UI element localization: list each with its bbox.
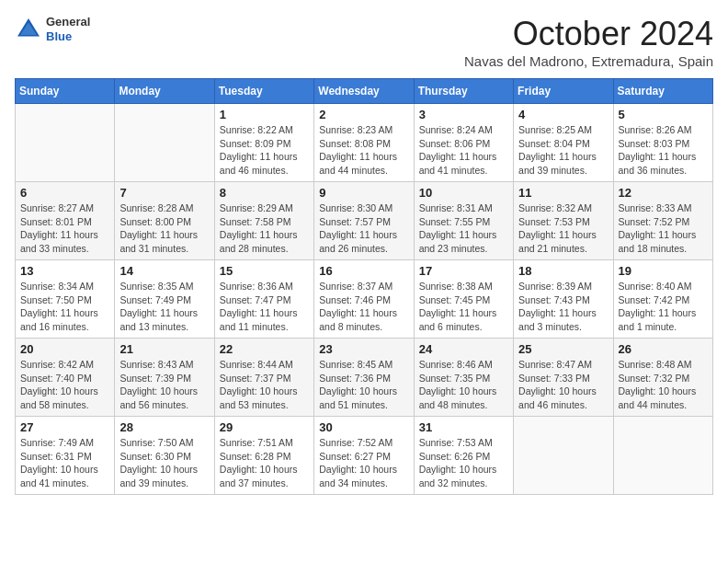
title-area: October 2024 Navas del Madrono, Extremad… <box>464 15 713 69</box>
calendar-cell: 23Sunrise: 8:45 AM Sunset: 7:36 PM Dayli… <box>314 339 414 417</box>
location-subtitle: Navas del Madrono, Extremadura, Spain <box>464 53 713 69</box>
calendar-cell: 21Sunrise: 8:43 AM Sunset: 7:39 PM Dayli… <box>115 339 214 417</box>
day-number: 17 <box>419 264 508 278</box>
day-number: 11 <box>518 186 608 200</box>
day-info: Sunrise: 8:26 AM Sunset: 8:03 PM Dayligh… <box>619 123 708 178</box>
calendar-cell: 25Sunrise: 8:47 AM Sunset: 7:33 PM Dayli… <box>514 339 613 417</box>
month-title: October 2024 <box>464 15 713 53</box>
day-info: Sunrise: 8:27 AM Sunset: 8:01 PM Dayligh… <box>20 201 109 256</box>
day-number: 1 <box>220 108 309 121</box>
day-number: 23 <box>319 342 408 356</box>
calendar-header: SundayMondayTuesdayWednesdayThursdayFrid… <box>16 79 713 104</box>
day-number: 10 <box>419 186 508 200</box>
day-info: Sunrise: 8:47 AM Sunset: 7:33 PM Dayligh… <box>518 358 608 412</box>
day-number: 27 <box>20 420 109 434</box>
calendar-cell: 14Sunrise: 8:35 AM Sunset: 7:49 PM Dayli… <box>115 260 214 339</box>
calendar-cell: 9Sunrise: 8:30 AM Sunset: 7:57 PM Daylig… <box>314 182 414 260</box>
day-number: 25 <box>518 342 608 356</box>
day-info: Sunrise: 8:44 AM Sunset: 7:37 PM Dayligh… <box>220 358 309 412</box>
weekday-row: SundayMondayTuesdayWednesdayThursdayFrid… <box>16 79 713 104</box>
day-number: 26 <box>619 342 708 356</box>
day-info: Sunrise: 8:23 AM Sunset: 8:08 PM Dayligh… <box>319 123 408 178</box>
day-number: 22 <box>220 342 309 356</box>
day-info: Sunrise: 7:52 AM Sunset: 6:27 PM Dayligh… <box>319 436 408 490</box>
calendar-cell: 15Sunrise: 8:36 AM Sunset: 7:47 PM Dayli… <box>214 260 313 339</box>
day-info: Sunrise: 7:53 AM Sunset: 6:26 PM Dayligh… <box>419 436 508 490</box>
day-info: Sunrise: 8:29 AM Sunset: 7:58 PM Dayligh… <box>220 201 309 256</box>
day-info: Sunrise: 8:22 AM Sunset: 8:09 PM Dayligh… <box>220 123 309 178</box>
day-info: Sunrise: 8:25 AM Sunset: 8:04 PM Dayligh… <box>518 123 608 178</box>
day-number: 7 <box>119 186 209 200</box>
day-number: 16 <box>319 264 408 278</box>
calendar-cell: 17Sunrise: 8:38 AM Sunset: 7:45 PM Dayli… <box>414 260 513 339</box>
day-info: Sunrise: 8:28 AM Sunset: 8:00 PM Dayligh… <box>119 201 209 256</box>
calendar-cell: 29Sunrise: 7:51 AM Sunset: 6:28 PM Dayli… <box>214 417 313 495</box>
calendar-cell: 5Sunrise: 8:26 AM Sunset: 8:03 PM Daylig… <box>613 104 712 182</box>
day-info: Sunrise: 8:24 AM Sunset: 8:06 PM Dayligh… <box>419 123 508 178</box>
day-number: 15 <box>220 264 309 278</box>
day-info: Sunrise: 8:31 AM Sunset: 7:55 PM Dayligh… <box>419 201 508 256</box>
calendar-week-4: 20Sunrise: 8:42 AM Sunset: 7:40 PM Dayli… <box>16 339 713 417</box>
weekday-header-thursday: Thursday <box>414 79 513 104</box>
calendar-cell: 22Sunrise: 8:44 AM Sunset: 7:37 PM Dayli… <box>214 339 313 417</box>
day-number: 12 <box>619 186 708 200</box>
calendar-cell: 7Sunrise: 8:28 AM Sunset: 8:00 PM Daylig… <box>115 182 214 260</box>
weekday-header-sunday: Sunday <box>16 79 115 104</box>
calendar-cell: 13Sunrise: 8:34 AM Sunset: 7:50 PM Dayli… <box>16 260 115 339</box>
calendar-cell: 31Sunrise: 7:53 AM Sunset: 6:26 PM Dayli… <box>414 417 513 495</box>
day-number: 9 <box>319 186 408 200</box>
calendar-cell: 24Sunrise: 8:46 AM Sunset: 7:35 PM Dayli… <box>414 339 513 417</box>
weekday-header-wednesday: Wednesday <box>314 79 414 104</box>
calendar-cell: 4Sunrise: 8:25 AM Sunset: 8:04 PM Daylig… <box>514 104 613 182</box>
day-info: Sunrise: 7:51 AM Sunset: 6:28 PM Dayligh… <box>220 436 309 490</box>
calendar-cell: 26Sunrise: 8:48 AM Sunset: 7:32 PM Dayli… <box>613 339 712 417</box>
calendar-cell: 10Sunrise: 8:31 AM Sunset: 7:55 PM Dayli… <box>414 182 513 260</box>
day-number: 2 <box>319 108 408 121</box>
calendar-cell: 12Sunrise: 8:33 AM Sunset: 7:52 PM Dayli… <box>613 182 712 260</box>
day-info: Sunrise: 8:32 AM Sunset: 7:53 PM Dayligh… <box>518 201 608 256</box>
day-info: Sunrise: 7:49 AM Sunset: 6:31 PM Dayligh… <box>20 436 109 490</box>
logo-general: General <box>46 15 90 29</box>
day-info: Sunrise: 8:30 AM Sunset: 7:57 PM Dayligh… <box>319 201 408 256</box>
day-number: 28 <box>119 420 209 434</box>
calendar-body: 1Sunrise: 8:22 AM Sunset: 8:09 PM Daylig… <box>16 104 713 495</box>
calendar-cell: 19Sunrise: 8:40 AM Sunset: 7:42 PM Dayli… <box>613 260 712 339</box>
day-number: 4 <box>518 108 608 121</box>
day-info: Sunrise: 8:48 AM Sunset: 7:32 PM Dayligh… <box>619 358 708 412</box>
calendar-cell <box>613 417 712 495</box>
calendar-cell: 30Sunrise: 7:52 AM Sunset: 6:27 PM Dayli… <box>314 417 414 495</box>
weekday-header-tuesday: Tuesday <box>214 79 313 104</box>
day-info: Sunrise: 8:35 AM Sunset: 7:49 PM Dayligh… <box>119 280 209 334</box>
day-number: 5 <box>619 108 708 121</box>
calendar: SundayMondayTuesdayWednesdayThursdayFrid… <box>15 78 713 495</box>
day-info: Sunrise: 8:45 AM Sunset: 7:36 PM Dayligh… <box>319 358 408 412</box>
logo-blue: Blue <box>46 29 90 44</box>
logo: General Blue <box>15 15 90 43</box>
day-info: Sunrise: 8:37 AM Sunset: 7:46 PM Dayligh… <box>319 280 408 334</box>
day-info: Sunrise: 8:43 AM Sunset: 7:39 PM Dayligh… <box>119 358 209 412</box>
day-info: Sunrise: 8:46 AM Sunset: 7:35 PM Dayligh… <box>419 358 508 412</box>
day-info: Sunrise: 7:50 AM Sunset: 6:30 PM Dayligh… <box>119 436 209 490</box>
weekday-header-friday: Friday <box>514 79 613 104</box>
day-number: 8 <box>220 186 309 200</box>
calendar-cell: 2Sunrise: 8:23 AM Sunset: 8:08 PM Daylig… <box>314 104 414 182</box>
day-info: Sunrise: 8:34 AM Sunset: 7:50 PM Dayligh… <box>20 280 109 334</box>
day-number: 19 <box>619 264 708 278</box>
day-number: 18 <box>518 264 608 278</box>
day-info: Sunrise: 8:39 AM Sunset: 7:43 PM Dayligh… <box>518 280 608 334</box>
calendar-cell: 16Sunrise: 8:37 AM Sunset: 7:46 PM Dayli… <box>314 260 414 339</box>
calendar-week-2: 6Sunrise: 8:27 AM Sunset: 8:01 PM Daylig… <box>16 182 713 260</box>
weekday-header-saturday: Saturday <box>613 79 712 104</box>
day-number: 31 <box>419 420 508 434</box>
header: General Blue October 2024 Navas del Madr… <box>15 15 713 69</box>
calendar-cell: 1Sunrise: 8:22 AM Sunset: 8:09 PM Daylig… <box>214 104 313 182</box>
calendar-week-3: 13Sunrise: 8:34 AM Sunset: 7:50 PM Dayli… <box>16 260 713 339</box>
day-number: 29 <box>220 420 309 434</box>
day-number: 3 <box>419 108 508 121</box>
calendar-cell <box>514 417 613 495</box>
calendar-cell: 27Sunrise: 7:49 AM Sunset: 6:31 PM Dayli… <box>16 417 115 495</box>
weekday-header-monday: Monday <box>115 79 214 104</box>
calendar-week-1: 1Sunrise: 8:22 AM Sunset: 8:09 PM Daylig… <box>16 104 713 182</box>
day-info: Sunrise: 8:33 AM Sunset: 7:52 PM Dayligh… <box>619 201 708 256</box>
day-info: Sunrise: 8:36 AM Sunset: 7:47 PM Dayligh… <box>220 280 309 334</box>
